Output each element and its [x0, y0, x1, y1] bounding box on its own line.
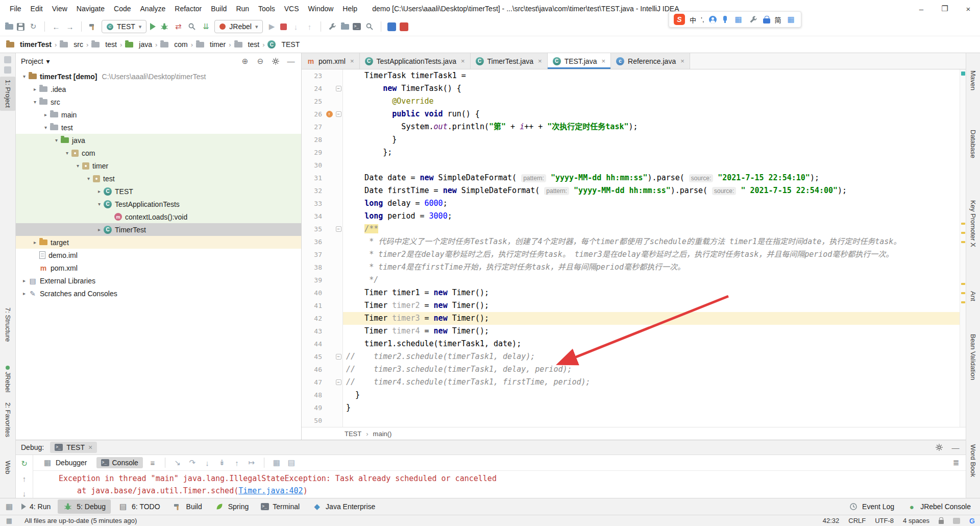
jrebel-select[interactable]: JRebel▾: [214, 20, 263, 33]
error-stripe-mark[interactable]: [961, 71, 965, 76]
close-icon[interactable]: ×: [680, 57, 684, 65]
simplified-chinese-badge[interactable]: 简: [775, 15, 781, 25]
close-button[interactable]: ×: [957, 0, 980, 17]
skin-icon[interactable]: [763, 18, 770, 23]
fold-marker[interactable]: −: [334, 108, 342, 121]
restore-layout-icon[interactable]: ≣: [951, 458, 961, 468]
code-text[interactable]: [343, 414, 966, 427]
plugin-blue-icon[interactable]: [387, 22, 396, 31]
code-text[interactable]: [343, 159, 966, 172]
update-application-icon[interactable]: ⇊: [201, 21, 211, 32]
fold-marker[interactable]: −: [334, 223, 342, 235]
stripe-item-web[interactable]: Web: [0, 461, 15, 474]
code-text[interactable]: };: [343, 146, 966, 159]
debug-console-output[interactable]: Exception in thread "main" java.lang.Ill…: [33, 471, 966, 498]
breadcrumb-class[interactable]: TEST: [345, 430, 361, 438]
tree-item-java[interactable]: ▾java: [16, 134, 301, 147]
breadcrumb-src[interactable]: src: [60, 40, 83, 49]
select-opened-file-icon[interactable]: ⊕: [240, 56, 250, 66]
menu-vcs[interactable]: VCS: [280, 3, 304, 15]
tree-item-main[interactable]: ▸main: [16, 108, 301, 121]
view-tab-debugger[interactable]: ▦Debugger: [38, 456, 92, 469]
editor-tab-reference-java[interactable]: cReference.java×: [611, 53, 690, 69]
encoding-indicator[interactable]: UTF-8: [875, 517, 894, 524]
code-text[interactable]: */: [343, 274, 966, 286]
stacktrace-link[interactable]: Timer.java:402: [238, 486, 303, 495]
soft-keyboard-icon[interactable]: ▦: [733, 14, 744, 25]
menu-build[interactable]: Build: [206, 3, 231, 15]
stripe-item-jrebel[interactable]: JRebel: [0, 366, 15, 392]
status-icon[interactable]: ▦: [5, 516, 13, 526]
view-tab-console[interactable]: >_Console: [96, 457, 143, 468]
code-text[interactable]: // timer3.schedule(timerTask1, delay, pe…: [343, 363, 966, 376]
menu-analyze[interactable]: Analyze: [136, 3, 170, 15]
tree-expand-arrow[interactable]: ▾: [63, 150, 71, 156]
minimize-button[interactable]: –: [910, 0, 933, 17]
tree-item-timertest[interactable]: ▸CTimerTest: [16, 223, 301, 236]
debug-session-tab[interactable]: >_ TEST ×: [50, 442, 97, 453]
stripe-item-1-project[interactable]: 1: Project: [0, 77, 15, 111]
tree-item-contextloads-void[interactable]: mcontextLoads():void: [16, 210, 301, 223]
resume-icon[interactable]: ▶: [266, 21, 277, 32]
pause-icon[interactable]: ↑: [304, 21, 314, 32]
punctuation-toggle[interactable]: ’,: [701, 16, 704, 23]
tree-expand-arrow[interactable]: ▸: [20, 278, 29, 283]
tree-expand-arrow[interactable]: ▾: [41, 125, 50, 130]
panel-settings-icon[interactable]: [271, 56, 281, 66]
code-text[interactable]: Timer timer1 = new Timer();: [343, 286, 966, 299]
stripe-item-key-promoter-x[interactable]: Key Promoter X: [966, 200, 980, 247]
tree-expand-arrow[interactable]: ▾: [74, 163, 82, 169]
breadcrumb-test[interactable]: test: [234, 40, 260, 49]
toolwindow-button-6-todo[interactable]: ▤6: TODO: [113, 499, 165, 514]
run-configuration-select[interactable]: CTEST▾: [102, 20, 146, 33]
stripe-item-ant[interactable]: Ant: [966, 291, 980, 301]
scroll-down-icon[interactable]: ↓: [19, 488, 30, 498]
close-icon[interactable]: ×: [538, 57, 542, 65]
menu-window[interactable]: Window: [304, 3, 338, 15]
force-step-into-icon[interactable]: ↡: [217, 458, 227, 468]
code-text[interactable]: public void run() {: [343, 108, 966, 121]
step-over-icon[interactable]: ↷: [187, 458, 198, 468]
tree-item-test[interactable]: ▸CTEST: [16, 185, 301, 198]
menu-tools[interactable]: Tools: [254, 3, 280, 15]
menu-file[interactable]: File: [5, 3, 26, 15]
breadcrumb-timertest[interactable]: timerTest: [6, 40, 52, 49]
settings-wrench-icon[interactable]: [327, 21, 337, 32]
run-icon[interactable]: [150, 23, 156, 30]
lang-mode-toggle[interactable]: 中: [690, 15, 696, 25]
stripe-item-maven[interactable]: Maven: [966, 70, 980, 90]
toolwindow-button-spring[interactable]: Spring: [209, 499, 254, 514]
code-text[interactable]: long delay = 6000;: [343, 197, 966, 210]
error-stripe-mark[interactable]: [961, 292, 965, 294]
toolwindow-button-4-run[interactable]: 4: Run: [16, 500, 56, 513]
code-text[interactable]: * timer4是在firstTime开始，执行定时任务task，并且每间隔pe…: [343, 261, 966, 274]
forward-icon[interactable]: →: [65, 21, 75, 32]
back-icon[interactable]: ←: [51, 21, 61, 32]
toolwindow-button-jrebel-console[interactable]: ●JRebel Console: [901, 499, 976, 514]
breadcrumb-timer[interactable]: timer: [196, 40, 226, 49]
toolwindow-button-build[interactable]: Build: [167, 499, 207, 514]
tree-expand-arrow[interactable]: ▸: [31, 86, 39, 92]
open-project-icon[interactable]: [5, 24, 13, 30]
breadcrumb-com[interactable]: com: [160, 40, 187, 49]
collapse-all-icon[interactable]: ⊖: [255, 56, 265, 66]
tree-expand-arrow[interactable]: ▾: [52, 137, 61, 143]
coverage-icon[interactable]: [187, 21, 197, 32]
editor-tab-timertest-java[interactable]: CTimerTest.java×: [471, 53, 548, 69]
stop-icon[interactable]: [280, 23, 287, 30]
code-text[interactable]: }: [343, 133, 966, 146]
tree-item-timertest-demo-[interactable]: ▾timerTest [demo]C:\Users\aaali\Desktop\…: [16, 70, 301, 83]
step-into-icon[interactable]: ↓: [202, 458, 212, 468]
close-icon[interactable]: ×: [461, 57, 465, 65]
menu-refactor[interactable]: Refactor: [170, 3, 206, 15]
fold-marker[interactable]: −: [334, 376, 342, 389]
stripe-item-database[interactable]: Database: [966, 130, 980, 158]
code-text[interactable]: Timer timer4 = new Timer();: [343, 325, 966, 338]
menu-help[interactable]: Help: [338, 3, 362, 15]
hide-panel-icon[interactable]: —: [286, 56, 296, 66]
code-editor[interactable]: 23 TimerTask timerTask1 =24− new TimerTa…: [302, 69, 966, 427]
caret-position[interactable]: 42:32: [823, 517, 840, 524]
tree-expand-arrow[interactable]: ▸: [95, 227, 104, 232]
error-stripe-mark[interactable]: [961, 283, 965, 285]
tree-expand-arrow[interactable]: ▾: [20, 74, 29, 79]
